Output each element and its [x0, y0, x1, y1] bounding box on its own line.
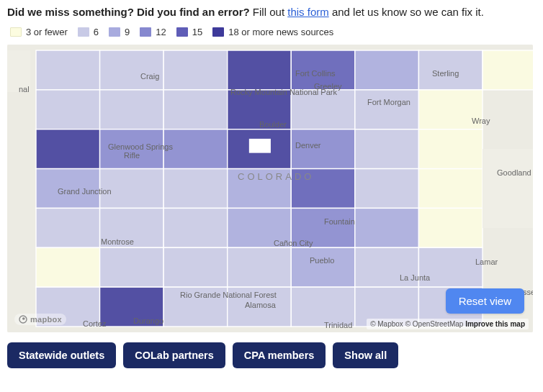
county-region[interactable]	[355, 169, 419, 209]
county-region[interactable]	[483, 50, 533, 90]
county-region[interactable]	[418, 169, 483, 209]
county-region[interactable]	[228, 208, 292, 247]
county-region[interactable]	[163, 247, 228, 287]
county-region[interactable]	[163, 50, 228, 90]
county-region[interactable]	[291, 247, 355, 287]
legend-swatch-5	[212, 27, 224, 37]
legend-label-1: 6	[94, 27, 99, 37]
filter-show-all[interactable]: Show all	[333, 342, 398, 368]
filter-cpa-members[interactable]: CPA members	[233, 342, 326, 368]
filter-statewide-outlets[interactable]: Statewide outlets	[7, 342, 116, 368]
legend-swatch-2	[109, 27, 120, 37]
county-region[interactable]	[291, 129, 355, 169]
county-region[interactable]	[36, 247, 100, 287]
county-region[interactable]	[291, 287, 355, 327]
header-suffix: and let us know so we can fix it.	[329, 6, 484, 18]
mapbox-logo: mapbox	[14, 314, 66, 325]
legend-swatch-4	[176, 27, 188, 37]
reset-view-button[interactable]: Reset view	[446, 288, 524, 314]
mapbox-logo-text: mapbox	[30, 315, 62, 324]
county-region[interactable]	[36, 169, 100, 209]
county-region[interactable]	[36, 129, 100, 169]
county-region[interactable]	[228, 169, 292, 209]
county-region[interactable]	[100, 129, 164, 169]
county-region[interactable]	[355, 90, 419, 129]
filter-bar: Statewide outletsCOLab partnersCPA membe…	[7, 342, 536, 368]
header-prefix: Fill out	[250, 6, 288, 18]
header-notice: Did we miss something? Did you find an e…	[7, 6, 536, 18]
attr-osm[interactable]: © OpenStreetMap	[405, 320, 464, 328]
county-region[interactable]	[100, 247, 164, 287]
county-region[interactable]	[36, 50, 100, 90]
county-region[interactable]	[100, 90, 164, 129]
county-region[interactable]	[163, 169, 228, 209]
county-region[interactable]	[163, 287, 228, 327]
county-region[interactable]	[355, 50, 419, 90]
county-region[interactable]	[163, 208, 228, 247]
county-region[interactable]	[36, 90, 100, 129]
legend-label-5: 18 or more news sources	[228, 27, 333, 37]
county-region[interactable]	[418, 129, 483, 169]
legend-swatch-0	[10, 27, 22, 37]
county-region[interactable]	[228, 50, 292, 90]
county-region[interactable]	[228, 247, 292, 287]
map-container[interactable]: COLORADO Fort CollinsGreeleySterlingFort…	[7, 45, 533, 332]
county-region[interactable]	[418, 90, 483, 129]
county-region[interactable]	[100, 50, 164, 90]
county-region[interactable]	[36, 208, 100, 247]
map-attribution: © Mapbox © OpenStreetMap Improve this ma…	[367, 319, 529, 329]
legend-label-4: 15	[192, 27, 202, 37]
county-region[interactable]	[228, 287, 292, 327]
county-region[interactable]	[163, 129, 228, 169]
header-bold: Did we miss something? Did you find an e…	[7, 6, 250, 18]
legend-label-3: 12	[156, 27, 166, 37]
form-link[interactable]: this form	[287, 6, 329, 18]
county-region[interactable]	[291, 169, 355, 209]
county-region[interactable]	[100, 208, 164, 247]
county-region[interactable]	[418, 208, 483, 247]
county-region[interactable]	[228, 90, 292, 129]
county-region[interactable]	[355, 208, 419, 247]
legend-swatch-3	[140, 27, 151, 37]
county-region[interactable]	[291, 50, 355, 90]
map-legend: 3 or fewer69121518 or more news sources	[7, 27, 536, 37]
county-region[interactable]	[355, 247, 419, 287]
legend-label-2: 9	[125, 27, 130, 37]
attr-improve[interactable]: Improve this map	[465, 320, 525, 328]
county-region[interactable]	[355, 129, 419, 169]
legend-swatch-1	[78, 27, 89, 37]
county-region[interactable]	[163, 90, 228, 129]
filter-colab-partners[interactable]: COLab partners	[123, 342, 225, 368]
legend-label-0: 3 or fewer	[26, 27, 68, 37]
svg-point-5	[22, 317, 25, 320]
county-region[interactable]	[100, 287, 164, 327]
attr-mapbox[interactable]: © Mapbox	[370, 320, 403, 328]
svg-rect-1	[249, 139, 271, 153]
svg-rect-2	[7, 50, 30, 92]
county-region[interactable]	[100, 169, 164, 209]
county-region[interactable]	[291, 90, 355, 129]
county-region[interactable]	[418, 247, 483, 287]
county-region[interactable]	[291, 208, 355, 247]
svg-rect-3	[483, 149, 533, 228]
county-region[interactable]	[418, 50, 483, 90]
